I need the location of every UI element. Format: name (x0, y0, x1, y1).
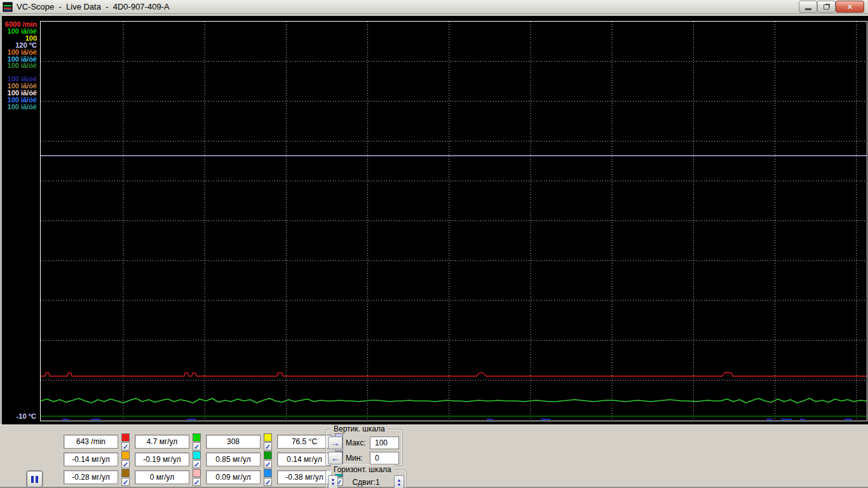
right-arrow-icon: → (331, 438, 340, 447)
minimize-icon (805, 8, 811, 10)
scale-label: 100 ìã/óë (8, 62, 37, 69)
check-icon: ✓ (194, 461, 200, 468)
channel-checkbox[interactable]: ✓ (193, 460, 201, 468)
readout-value-field: 0.09 мг/ул (206, 470, 261, 484)
channel-color-swatch (193, 433, 201, 442)
max-scroll-button[interactable]: → (328, 437, 342, 449)
window-controls: ✕ (799, 1, 864, 13)
close-button[interactable]: ✕ (836, 1, 864, 13)
readout-value-field: 0.14 мг/ул (277, 452, 332, 466)
restore-button[interactable] (817, 1, 836, 13)
restore-icon (824, 4, 829, 10)
double-down-icon: ▼ (331, 482, 336, 486)
rpm-trace (41, 372, 867, 376)
readout-cell: -0.28 мг/ул✓ (64, 469, 132, 485)
readout-value-field: 4.7 мг/ул (135, 435, 189, 449)
minimize-button[interactable] (799, 1, 817, 13)
channel-color-swatch (193, 451, 201, 459)
bottom-scale-label: -10 °C (3, 412, 36, 420)
channel-color-swatch (264, 469, 272, 477)
readout-cell: 643 /min✓ (64, 433, 132, 450)
channel-checkbox[interactable]: ✓ (264, 460, 272, 468)
readout-cell: 0.85 мг/ул✓ (206, 451, 275, 468)
pause-icon (31, 476, 34, 483)
pause-icon (36, 476, 38, 483)
channel-checkbox[interactable]: ✓ (193, 442, 201, 451)
plot-area (40, 21, 867, 421)
max-input[interactable]: 100 (370, 437, 399, 449)
check-icon: ✓ (123, 479, 128, 485)
readout-value-field: 0.85 мг/ул (206, 452, 261, 466)
readout-value-field: -0.28 мг/ул (64, 470, 118, 484)
readout-value-field: -0.38 мг/ул (277, 470, 332, 484)
channel-checkbox[interactable]: ✓ (193, 478, 201, 486)
left-arrow-icon: → (331, 454, 340, 463)
max-label: Макс: (346, 438, 370, 447)
readout-cell: 308✓ (206, 433, 275, 450)
vertical-scale-title: Вертик. шкала (331, 424, 388, 433)
injection-trace (41, 398, 867, 403)
readout-cell: 0 мг/ул✓ (135, 469, 203, 485)
channel-color-swatch (121, 451, 130, 459)
channel-color-swatch (264, 433, 272, 442)
horizontal-scale-title: Горизонт. шкала (331, 465, 394, 474)
channel-color-swatch (264, 451, 272, 459)
readout-cell: -0.19 мг/ул✓ (135, 451, 203, 468)
channel-checkbox[interactable]: ✓ (121, 478, 130, 486)
readout-cell: -0.14 мг/ул✓ (64, 451, 132, 468)
double-up-icon: ▲ (397, 482, 402, 486)
scale-label: 100 ìã/óë (8, 104, 37, 111)
channel-checkbox[interactable]: ✓ (121, 460, 130, 468)
channel-color-swatch (193, 469, 201, 477)
titlebar: VC-Scope - Live Data - 4D0-907-409-A ✕ (0, 0, 868, 14)
channel-checkbox[interactable]: ✓ (264, 442, 272, 451)
left-scale-labels: 6000 /min100 ìã/óë100120 °C100 ìã/óë100 … (2, 16, 38, 426)
check-icon: ✓ (265, 479, 271, 485)
readout-value-field: 643 /min (64, 435, 118, 449)
chart-region: 6000 /min100 ìã/óë100120 °C100 ìã/óë100 … (0, 14, 868, 424)
check-icon: ✓ (123, 444, 128, 450)
vertical-scale-group: Вертик. шкала → Макс: 100 → Мин: 0 (325, 429, 403, 466)
control-panel: 643 /min✓4.7 мг/ул✓308✓76.5 °C✓-0.14 мг/… (0, 424, 868, 488)
check-icon: ✓ (265, 461, 271, 468)
readout-value-field: 76.5 °C (277, 435, 332, 449)
window-title: VC-Scope - Live Data - 4D0-907-409-A (17, 2, 170, 11)
horizontal-scale-group: Горизонт. шкала ▼ ▼ Сдвиг:1 ▲ ▲ (325, 470, 407, 488)
max-row: → Макс: 100 (328, 437, 399, 449)
close-icon: ✕ (846, 3, 853, 11)
min-row: → Мин: 0 (328, 452, 399, 464)
app-window: VC-Scope - Live Data - 4D0-907-409-A ✕ 6… (0, 0, 868, 488)
min-scroll-button[interactable]: → (328, 452, 342, 464)
check-icon: ✓ (194, 479, 200, 485)
readout-value-field: 0 мг/ул (135, 470, 189, 484)
readout-value-field: -0.14 мг/ул (64, 452, 118, 466)
min-input[interactable]: 0 (370, 452, 399, 464)
channel-color-swatch (121, 433, 130, 442)
check-icon: ✓ (194, 444, 200, 450)
shift-label: Сдвиг:1 (352, 478, 379, 487)
check-icon: ✓ (265, 444, 271, 450)
min-label: Мин: (346, 454, 370, 463)
shift-row: ▼ ▼ Сдвиг:1 ▲ ▲ (328, 475, 404, 488)
shift-down-button[interactable]: ▼ ▼ (328, 475, 338, 488)
readout-cell: 0.09 мг/ул✓ (206, 469, 275, 485)
pause-button[interactable] (27, 471, 43, 487)
scale-label: 100 ìã/óë (8, 49, 37, 56)
readout-value-field: 308 (206, 435, 261, 449)
channel-checkbox[interactable]: ✓ (264, 478, 272, 486)
channel-color-swatch (121, 469, 130, 477)
scope-plot (41, 22, 867, 421)
check-icon: ✓ (123, 461, 128, 468)
readout-value-field: -0.19 мг/ул (135, 452, 189, 466)
app-icon (3, 2, 13, 12)
readout-cell: 4.7 мг/ул✓ (135, 433, 203, 450)
channel-checkbox[interactable]: ✓ (121, 442, 130, 451)
shift-up-button[interactable]: ▲ ▲ (394, 475, 404, 488)
